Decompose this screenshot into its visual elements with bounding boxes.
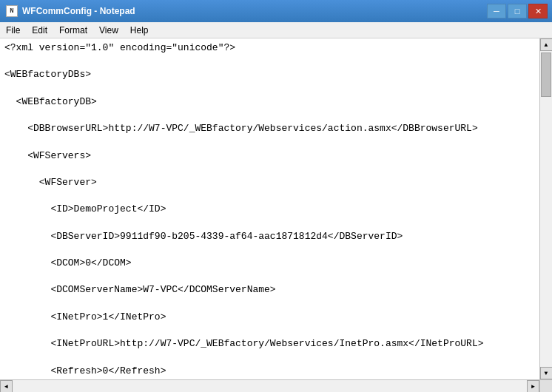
menu-help[interactable]: Help	[124, 22, 155, 38]
title-bar: N WFCommConfig - Notepad ─ □ ✕	[0, 0, 552, 22]
horizontal-scrollbar[interactable]: ◄ ►	[0, 380, 539, 392]
menu-edit[interactable]: Edit	[26, 22, 53, 38]
maximize-button[interactable]: □	[508, 4, 527, 18]
menu-bar: File Edit Format View Help	[0, 22, 552, 38]
app-icon: N	[6, 5, 18, 17]
scroll-thumb-v[interactable]	[541, 53, 551, 97]
minimize-button[interactable]: ─	[487, 4, 506, 18]
scroll-track-v[interactable]	[540, 51, 552, 367]
scroll-track-h[interactable]	[13, 380, 527, 392]
menu-format[interactable]: Format	[53, 22, 93, 38]
menu-file[interactable]: File	[0, 22, 26, 38]
scroll-up-button[interactable]: ▲	[540, 38, 553, 51]
window-title: WFCommConfig - Notepad	[22, 6, 135, 16]
vertical-scrollbar[interactable]: ▲ ▼	[539, 38, 552, 379]
window-controls: ─ □ ✕	[487, 4, 548, 18]
bottom-scroll-area: ◄ ►	[0, 379, 552, 392]
scrollbar-corner	[539, 380, 552, 392]
close-button[interactable]: ✕	[528, 4, 548, 18]
scroll-left-button[interactable]: ◄	[0, 380, 13, 393]
scroll-down-button[interactable]: ▼	[540, 367, 553, 379]
menu-view[interactable]: View	[93, 22, 124, 38]
text-editor[interactable]: <?xml version="1.0" encoding="unicode"?>…	[0, 38, 539, 379]
scroll-right-button[interactable]: ►	[527, 380, 539, 393]
